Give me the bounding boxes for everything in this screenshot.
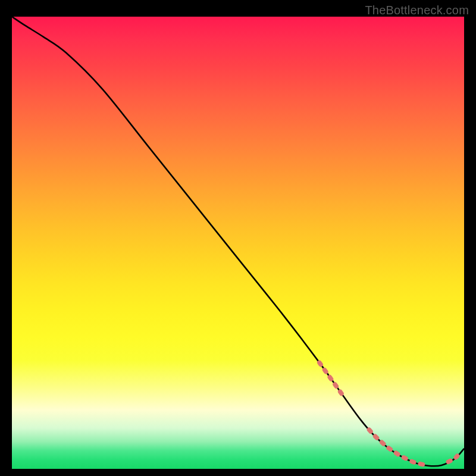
plot-area (12, 17, 464, 469)
curve-layer (12, 17, 464, 469)
bottleneck-curve (12, 17, 464, 466)
watermark-text: TheBottleneck.com (365, 4, 469, 17)
dash-segment (369, 430, 423, 465)
curve-highlight-dashes (320, 362, 458, 465)
chart-stage: TheBottleneck.com (0, 0, 476, 476)
dash-segment (448, 456, 457, 462)
